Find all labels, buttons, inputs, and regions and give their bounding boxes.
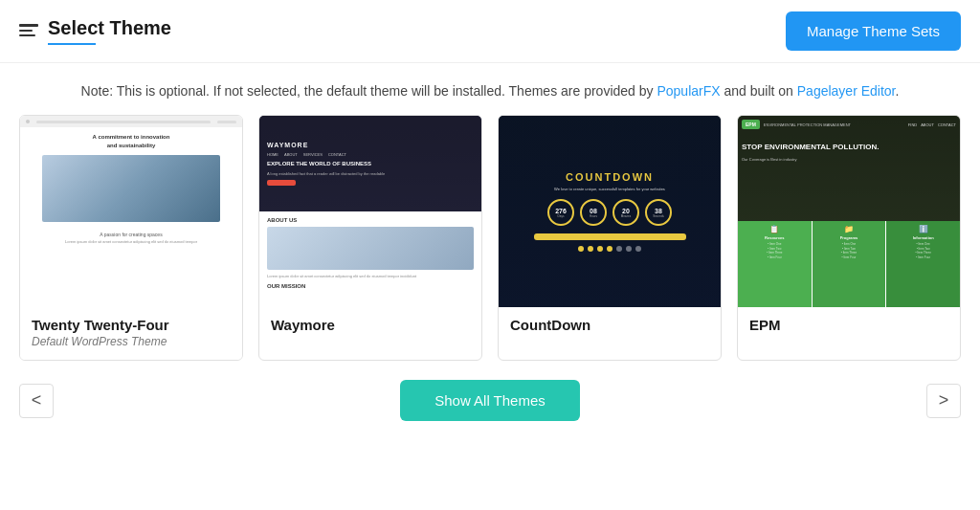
timer-minutes-label: Minutes [621,214,632,218]
waymore-mission-label: OUR MISSION [267,283,474,289]
epm-information-icon: ℹ️ [919,225,928,233]
t1-nav-dot1 [26,120,30,123]
countdown-content: COUNTDOWN We love to create unique, succ… [508,171,711,252]
t4-info: EPM [738,307,960,344]
epm-bottom: 📋 Resources • Item One• Item Two• Item T… [738,221,960,307]
page-title: Select Theme [48,17,171,39]
t2-info: Waymore [259,307,481,344]
countdown-dots [578,246,641,252]
prev-button[interactable]: < [19,384,54,418]
epm-resources-icon: 📋 [769,225,779,233]
thumbnail-countdown: COUNTDOWN We love to create unique, succ… [499,116,721,307]
epm-nav-left: EPM ENVIRONMENTAL PROTECTION MANAGEMENT [742,120,851,129]
timer-minutes-num: 20 [622,208,630,214]
epm-nav: EPM ENVIRONMENTAL PROTECTION MANAGEMENT … [742,120,956,129]
countdown-title: COUNTDOWN [566,171,654,183]
timer-seconds-label: Seconds [653,214,664,218]
t1-sub-text: A passion for creating spaces [100,232,162,237]
epm-nav-home: FIND [908,122,917,127]
timer-days-num: 276 [555,208,567,214]
theme-icon [19,22,38,41]
t1-nav-search [217,121,236,123]
epm-programs-items: • Item One• Item Two• Item Three• Item F… [841,242,857,259]
timer-seconds-num: 38 [655,208,662,214]
timer-hours-num: 08 [590,208,597,214]
theme-card-epm[interactable]: EPM ENVIRONMENTAL PROTECTION MANAGEMENT … [737,115,961,361]
epm-full-name: ENVIRONMENTAL PROTECTION MANAGEMENT [764,122,851,127]
timer-minutes: 20 Minutes [612,199,639,226]
notice-text-before: Note: This is optional. If not selected,… [81,83,657,99]
notice-bar: Note: This is optional. If not selected,… [0,63,980,115]
thumbnail-twenty-twenty-four: A commitment to innovationand sustainabi… [20,116,242,307]
header: Select Theme Manage Theme Sets [0,0,980,63]
epm-resources-title: Resources [765,235,784,240]
manage-theme-sets-button[interactable]: Manage Theme Sets [786,11,961,51]
theme-card-waymore[interactable]: WAYMORE HOME ABOUT SERVICES CONTACT EXPL… [258,115,482,361]
waymore-section2: ABOUT US Lorem ipsum dolor sit amet cons… [259,211,481,307]
t1-body-text: Lorem ipsum dolor sit amet consectetur a… [56,239,207,245]
epm-information-title: Information [913,235,934,240]
waymore-nav-item4: CONTACT [328,152,346,157]
next-button[interactable]: > [926,384,961,418]
waymore-nav-item3: SERVICES [303,152,323,157]
theme-card-twenty-twenty-four[interactable]: A commitment to innovationand sustainabi… [19,115,243,361]
waymore-about-text: Lorem ipsum dolor sit amet consectetur a… [267,274,474,279]
t1-hero-text: A commitment to innovationand sustainabi… [93,133,170,149]
timer-days: 276 Days [547,199,574,226]
waymore-hero-sub: A long established fact that a reader wi… [267,171,474,176]
header-left: Select Theme [19,17,171,45]
c-dot-5 [616,246,622,252]
waymore-nav-item2: ABOUT [284,152,298,157]
c-dot-4 [607,246,612,252]
countdown-timers: 276 Days 08 Hours 20 Minutes 38 [547,199,672,226]
epm-top: EPM ENVIRONMENTAL PROTECTION MANAGEMENT … [738,116,960,221]
notice-text-middle: and built on [721,83,797,99]
waymore-about-img [267,227,474,270]
t1-info: Twenty Twenty-Four Default WordPress The… [20,307,242,360]
epm-card-resources: 📋 Resources • Item One• Item Two• Item T… [738,221,812,307]
popularfx-link[interactable]: PopularFX [657,83,720,99]
thumbnail-waymore: WAYMORE HOME ABOUT SERVICES CONTACT EXPL… [259,116,481,307]
waymore-cta-btn [267,180,296,186]
waymore-hero-title: EXPLORE THE WORLD OF BUSINESS [267,161,474,168]
pagelayer-link[interactable]: Pagelayer Editor [797,83,896,99]
waymore-nav: HOME ABOUT SERVICES CONTACT [267,152,474,157]
svg-rect-0 [19,24,38,27]
t1-name: Twenty Twenty-Four [32,317,231,333]
show-all-themes-button[interactable]: Show All Themes [400,380,580,421]
countdown-input-bar [534,233,686,240]
theme-card-countdown[interactable]: COUNTDOWN We love to create unique, succ… [498,115,722,361]
title-underline [48,43,96,45]
notice-text-after: . [896,83,900,99]
waymore-logo: WAYMORE [267,142,474,148]
epm-card-information: ℹ️ Information • Item One• Item Two• Ite… [886,221,960,307]
epm-programs-icon: 📁 [844,225,854,233]
t3-name: CountDown [510,317,709,333]
epm-logo-badge: EPM [742,120,760,129]
t1-subtitle: Default WordPress Theme [32,335,231,348]
themes-section: A commitment to innovationand sustainabi… [0,115,980,361]
epm-resources-items: • Item One• Item Two• Item Three• Item F… [767,242,782,259]
waymore-about-label: ABOUT US [267,217,474,223]
epm-nav-contact: CONTACT [938,122,956,127]
timer-hours: 08 Hours [580,199,607,226]
epm-information-items: • Item One• Item Two• Item Three• Item F… [915,242,930,259]
svg-rect-1 [19,30,33,32]
c-dot-1 [578,246,584,252]
c-dot-6 [626,246,632,252]
t1-nav-bar [36,121,211,123]
nav-section: < Show All Themes > [0,361,980,431]
waymore-inner: WAYMORE HOME ABOUT SERVICES CONTACT EXPL… [259,116,481,307]
t3-info: CountDown [499,307,721,344]
timer-hours-label: Hours [590,214,597,218]
waymore-nav-item: HOME [267,152,278,157]
epm-nav-links: FIND ABOUT CONTACT [908,122,956,127]
epm-programs-title: Programs [840,235,858,240]
t4-name: EPM [749,317,948,333]
waymore-hero: WAYMORE HOME ABOUT SERVICES CONTACT EXPL… [259,116,481,211]
svg-rect-2 [19,34,35,36]
c-dot-2 [588,246,593,252]
epm-headline: STOP ENVIRONMENTAL POLLUTION. [742,143,956,152]
epm-nav-about: ABOUT [921,122,934,127]
title-wrap: Select Theme [48,17,171,45]
